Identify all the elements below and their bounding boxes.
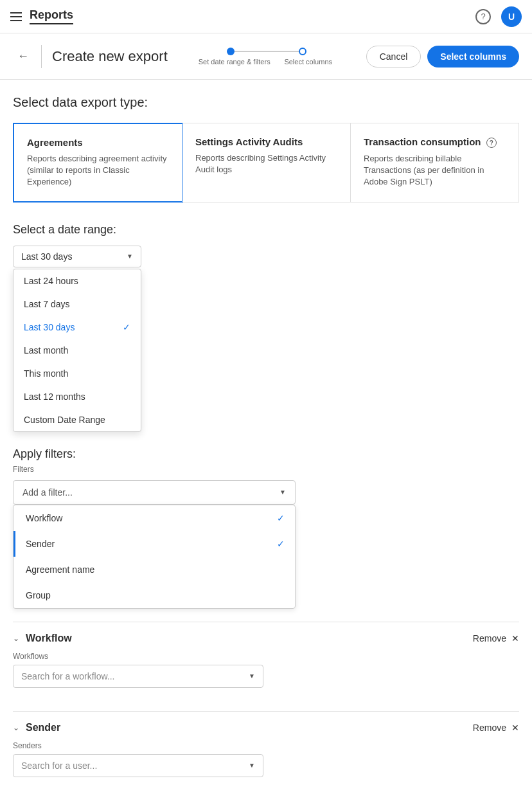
workflow-chevron-icon[interactable]: ⌄ bbox=[13, 634, 19, 643]
date-option-30d[interactable]: Last 30 days ✓ bbox=[13, 316, 141, 339]
sender-filter-left: ⌄ Sender bbox=[13, 722, 60, 734]
step-1-dot bbox=[227, 48, 235, 55]
date-option-custom[interactable]: Custom Date Range bbox=[13, 408, 141, 431]
sender-filter-right: Remove ✕ bbox=[473, 723, 519, 733]
nav-title: Reports bbox=[30, 8, 73, 24]
filter-option-workflow[interactable]: Workflow ✓ bbox=[13, 505, 295, 531]
sender-remove-button[interactable]: Remove bbox=[473, 723, 506, 733]
add-filter-placeholder: Add a filter... bbox=[22, 487, 73, 498]
date-range-menu: Last 24 hours Last 7 days Last 30 days ✓… bbox=[13, 269, 141, 432]
workflow-filter-block: ⌄ Workflow Remove ✕ Workflows Search for… bbox=[13, 622, 519, 698]
sender-search-placeholder: Search for a user... bbox=[21, 760, 97, 771]
select-columns-button[interactable]: Select columns bbox=[427, 46, 519, 68]
export-card-settings[interactable]: Settings Activity Audits Reports describ… bbox=[182, 123, 351, 202]
export-card-agreements-title: Agreements bbox=[27, 137, 169, 148]
date-option-7d[interactable]: Last 7 days bbox=[13, 292, 141, 316]
sender-check-icon: ✓ bbox=[277, 539, 285, 549]
filter-options-list: Workflow ✓ Sender ✓ Agreement name Group bbox=[13, 505, 296, 609]
workflow-sub-label: Workflows bbox=[13, 652, 519, 661]
date-range-section: Select a date range: Last 30 days ▼ Last… bbox=[13, 223, 519, 432]
export-card-agreements-desc: Reports describing agreement activity (s… bbox=[27, 153, 169, 188]
export-card-transaction[interactable]: Transaction consumption ? Reports descri… bbox=[351, 123, 519, 202]
workflow-remove-button[interactable]: Remove bbox=[473, 633, 506, 644]
sender-chevron-icon[interactable]: ⌄ bbox=[13, 723, 19, 732]
nav-right: ? U bbox=[475, 6, 522, 27]
workflow-search-input[interactable]: Search for a workflow... ▼ bbox=[13, 665, 263, 688]
sender-filter-title: Sender bbox=[26, 722, 60, 734]
add-filter-arrow-icon: ▼ bbox=[279, 489, 286, 496]
back-button[interactable]: ← bbox=[13, 46, 33, 67]
export-card-transaction-title: Transaction consumption ? bbox=[364, 136, 506, 148]
header-divider bbox=[41, 45, 42, 68]
step-line bbox=[235, 51, 299, 52]
export-card-transaction-desc: Reports describing billable Transactions… bbox=[364, 153, 506, 188]
top-nav: Reports ? U bbox=[0, 0, 532, 33]
filter-option-agreement-name[interactable]: Agreement name bbox=[13, 557, 295, 582]
step-2-dot bbox=[299, 48, 306, 55]
export-card-agreements[interactable]: Agreements Reports describing agreement … bbox=[13, 123, 183, 203]
date-range-dropdown[interactable]: Last 30 days ▼ bbox=[13, 246, 141, 267]
export-card-settings-desc: Reports describing Settings Activity Aud… bbox=[195, 152, 337, 176]
filters-label: Filters bbox=[13, 465, 519, 474]
export-card-settings-title: Settings Activity Audits bbox=[195, 136, 337, 147]
filter-option-sender[interactable]: Sender ✓ bbox=[13, 531, 295, 557]
info-icon: ? bbox=[486, 138, 497, 148]
filters-title: Apply filters: bbox=[13, 447, 519, 461]
date-option-24h[interactable]: Last 24 hours bbox=[13, 269, 141, 292]
cancel-button[interactable]: Cancel bbox=[366, 46, 421, 68]
step-1-label: Set date range & filters bbox=[193, 58, 276, 66]
sender-filter-block: ⌄ Sender Remove ✕ Senders Search for a u… bbox=[13, 711, 519, 788]
workflow-search-placeholder: Search for a workflow... bbox=[21, 671, 115, 681]
workflow-close-icon[interactable]: ✕ bbox=[511, 633, 519, 644]
check-icon-30d: ✓ bbox=[123, 322, 130, 332]
workflow-filter-right: Remove ✕ bbox=[473, 633, 519, 644]
date-option-12m[interactable]: Last 12 months bbox=[13, 385, 141, 408]
add-filter-dropdown[interactable]: Add a filter... ▼ bbox=[13, 480, 296, 505]
sender-sub-label: Senders bbox=[13, 741, 519, 750]
export-cards: Agreements Reports describing agreement … bbox=[13, 123, 519, 203]
export-type-title: Select data export type: bbox=[13, 95, 519, 110]
dropdown-arrow-icon: ▼ bbox=[127, 253, 133, 260]
date-range-dropdown-wrapper: Last 30 days ▼ Last 24 hours Last 7 days… bbox=[13, 246, 141, 432]
workflow-check-icon: ✓ bbox=[277, 513, 285, 523]
date-option-this-month[interactable]: This month bbox=[13, 362, 141, 385]
header-actions: Cancel Select columns bbox=[366, 46, 519, 68]
avatar[interactable]: U bbox=[501, 6, 522, 27]
help-icon[interactable]: ? bbox=[475, 9, 491, 24]
sender-search-input[interactable]: Search for a user... ▼ bbox=[13, 754, 263, 777]
date-option-last-month[interactable]: Last month bbox=[13, 339, 141, 362]
date-range-selected: Last 30 days bbox=[21, 251, 72, 262]
header-bar: ← Create new export Set date range & fil… bbox=[0, 33, 532, 80]
workflow-dropdown-icon: ▼ bbox=[249, 672, 255, 680]
filters-section: Apply filters: Filters Add a filter... ▼… bbox=[13, 447, 519, 788]
stepper: Set date range & filters Select columns bbox=[193, 48, 341, 66]
date-range-title: Select a date range: bbox=[13, 223, 519, 237]
workflow-filter-left: ⌄ Workflow bbox=[13, 633, 72, 644]
sender-dropdown-icon: ▼ bbox=[249, 762, 255, 769]
header-title: Create new export bbox=[52, 48, 168, 65]
sender-close-icon[interactable]: ✕ bbox=[511, 723, 519, 733]
filter-option-group[interactable]: Group bbox=[13, 582, 295, 608]
step-2-label: Select columns bbox=[276, 58, 341, 66]
hamburger-icon[interactable] bbox=[10, 12, 22, 21]
main-content: Select data export type: Agreements Repo… bbox=[0, 80, 532, 803]
sender-filter-header: ⌄ Sender Remove ✕ bbox=[13, 722, 519, 734]
workflow-filter-title: Workflow bbox=[26, 633, 72, 644]
workflow-filter-header: ⌄ Workflow Remove ✕ bbox=[13, 633, 519, 644]
